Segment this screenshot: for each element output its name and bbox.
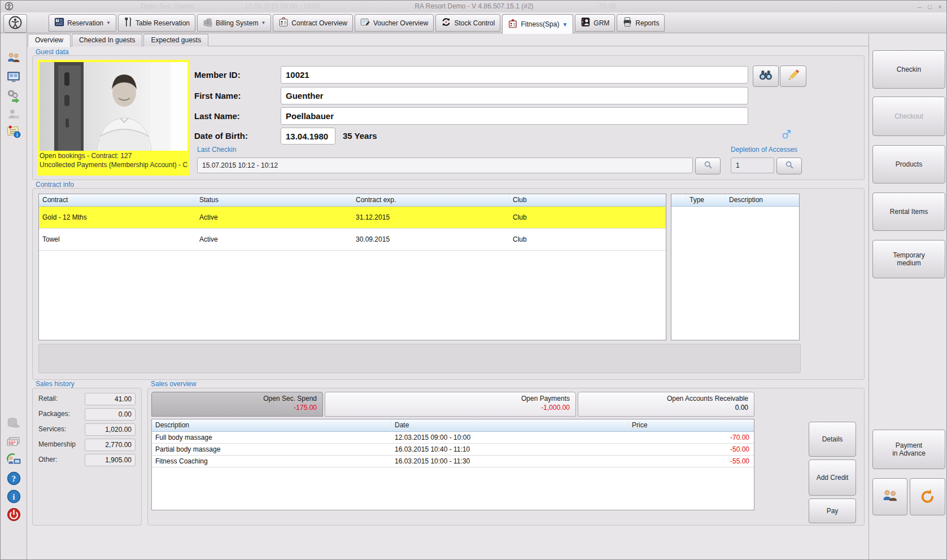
stock-control-icon xyxy=(441,17,451,29)
column-header[interactable]: Description xyxy=(726,194,797,206)
date-cell: 12.03.2015 09:00 - 10:00 xyxy=(391,434,629,441)
toolbar-tab-grm[interactable]: GRM xyxy=(575,14,615,32)
tab-expected-guests[interactable]: Expected guests xyxy=(143,34,208,46)
column-header[interactable]: Price xyxy=(629,419,753,431)
first-name-input[interactable] xyxy=(281,87,748,104)
summary-tab-open-sec-spend[interactable]: Open Sec. Spend -175.00 xyxy=(151,392,323,417)
sales-item-row[interactable]: Fitness Coaching 16.03.2015 10:00 - 11:3… xyxy=(152,456,754,467)
switch-guest-button[interactable] xyxy=(910,478,945,515)
column-header[interactable]: Club xyxy=(509,194,665,206)
toolbar-tab-voucher-overview[interactable]: Voucher Overview xyxy=(355,14,434,32)
retail-label: Retail: xyxy=(38,395,58,403)
depletion-input[interactable] xyxy=(731,158,774,173)
process-icon[interactable] xyxy=(5,88,22,103)
page-tabs: Overview Checked In guests Expected gues… xyxy=(28,34,208,46)
toolbar-tab-reports[interactable]: Reports xyxy=(617,14,665,32)
toolbar-tab-stock-control[interactable]: Stock Control xyxy=(435,14,500,32)
club-cell: Club xyxy=(509,235,665,243)
column-header[interactable]: Description xyxy=(152,419,391,431)
packages-value: 0.00 xyxy=(85,408,136,421)
price-cell: -50.00 xyxy=(629,445,749,453)
app-window: Open Sec. Spend 12.03.2015 09:00 - 10:00… xyxy=(0,0,947,560)
contract-row[interactable]: Towel Active 30.09.2015 Club xyxy=(39,229,666,251)
other-label: Other: xyxy=(38,456,57,463)
close-button[interactable]: × xyxy=(936,3,944,11)
checkin-button[interactable]: Checkin xyxy=(872,50,945,89)
minimize-button[interactable]: – xyxy=(915,3,924,11)
summary-tab-open-accounts-receivable[interactable]: Open Accounts Receivable 0.00 xyxy=(578,392,754,417)
rental-items-button[interactable]: Rental Items xyxy=(872,193,945,231)
power-icon[interactable] xyxy=(5,506,22,522)
toolbar-tab-billing-system[interactable]: Billing System ▼ xyxy=(197,14,271,32)
app-menu-button[interactable] xyxy=(3,14,27,33)
sales-item-row[interactable]: Full body massage 12.03.2015 09:00 - 10:… xyxy=(152,432,754,444)
last-checkin-search-button[interactable] xyxy=(695,158,721,174)
keyboard-icon[interactable] xyxy=(5,434,22,449)
storage-icon[interactable] xyxy=(5,415,22,431)
grm-icon xyxy=(581,17,591,29)
main-toolbar: 7 Reservation ▼ Table Reservation Billin… xyxy=(1,12,947,33)
tab-overview[interactable]: Overview xyxy=(28,34,71,47)
column-header[interactable]: Date xyxy=(391,419,629,431)
sales-history-panel: Retail: 41.00 Packages: 0.00 Services: 1… xyxy=(32,388,142,526)
last-name-input[interactable] xyxy=(281,107,748,125)
expiry-cell: 31.12.2015 xyxy=(352,213,509,221)
chevron-down-icon: ▼ xyxy=(261,20,265,25)
male-icon: ♂ xyxy=(779,123,794,144)
members-icon[interactable] xyxy=(5,50,22,66)
pay-button[interactable]: Pay xyxy=(809,498,856,523)
payment-in-advance-button[interactable]: Payment in Advance xyxy=(872,430,945,469)
column-header[interactable]: Status xyxy=(196,194,352,206)
chevron-down-icon: ▼ xyxy=(562,21,568,28)
guest-data-section-label: Guest data xyxy=(36,48,69,56)
depletion-label: Depletion of Accesses xyxy=(731,146,797,154)
reports-icon xyxy=(622,17,632,29)
temporary-medium-button[interactable]: Temporary medium xyxy=(872,240,945,278)
column-header[interactable]: Contract xyxy=(39,194,196,206)
tab-checked-in-guests[interactable]: Checked In guests xyxy=(72,34,142,46)
maximize-button[interactable]: □ xyxy=(926,3,934,11)
contracts-table: Contract Status Contract exp. Club Gold … xyxy=(38,194,666,340)
contract-info-section-label: Contract info xyxy=(36,181,74,189)
inactive-user-icon[interactable] xyxy=(5,106,22,122)
toolbar-tab-reservation[interactable]: 7 Reservation ▼ xyxy=(49,14,116,32)
table-reservation-icon xyxy=(124,17,133,29)
add-credit-button[interactable]: Add Credit xyxy=(809,460,856,496)
details-button[interactable]: Details xyxy=(809,422,856,457)
guest-list-button[interactable] xyxy=(872,478,907,515)
support-icon[interactable] xyxy=(5,452,22,467)
membership-label: Membership xyxy=(38,440,76,448)
price-cell: -55.00 xyxy=(629,457,749,465)
window-title: RA Resort Demo - V 4.86.507.15.1 (#2) xyxy=(414,2,533,10)
contract-row-selected[interactable]: Gold - 12 Mths Active 31.12.2015 Club xyxy=(39,207,666,229)
media-table-header: Type Description xyxy=(671,194,799,207)
sales-item-row[interactable]: Partial body massage 16.03.2015 10:40 - … xyxy=(152,444,754,456)
info-icon[interactable]: i xyxy=(5,488,22,504)
column-header-blank[interactable] xyxy=(671,194,686,206)
guest-photo-box[interactable]: Open bookings - Contract: 127 Uncollecte… xyxy=(37,60,190,176)
edit-member-button[interactable] xyxy=(780,65,806,87)
search-member-button[interactable] xyxy=(753,65,779,87)
checkout-button[interactable]: Checkout xyxy=(872,97,945,136)
help-icon[interactable]: ? xyxy=(5,470,22,486)
contract-info-footer-strip xyxy=(38,344,801,373)
last-checkin-input[interactable] xyxy=(197,158,693,173)
toolbar-tab-table-reservation[interactable]: Table Reservation xyxy=(118,14,195,32)
toolbar-tab-fitness-spa[interactable]: Fitness(Spa) ▼ xyxy=(502,14,573,34)
summary-tab-open-payments[interactable]: Open Payments -1,000.00 xyxy=(325,392,576,417)
depletion-search-button[interactable] xyxy=(776,158,802,174)
notes-icon[interactable]: i xyxy=(5,123,22,139)
sales-history-section-label: Sales history xyxy=(36,380,75,388)
member-id-input[interactable] xyxy=(281,66,748,84)
column-header[interactable]: Type xyxy=(686,194,726,206)
date-of-birth-input[interactable] xyxy=(281,128,335,145)
left-sidebar: i ? i xyxy=(1,33,27,560)
accessibility-logo-icon xyxy=(8,16,22,32)
terminal-icon[interactable] xyxy=(5,69,22,85)
toolbar-tab-contract-overview[interactable]: Contract Overview xyxy=(273,14,353,32)
summary-label: Open Accounts Receivable xyxy=(578,395,748,403)
column-header[interactable]: Contract exp. xyxy=(352,194,509,206)
products-button[interactable]: Products xyxy=(872,145,945,183)
description-cell: Partial body massage xyxy=(152,445,391,453)
svg-text:i: i xyxy=(12,492,15,501)
